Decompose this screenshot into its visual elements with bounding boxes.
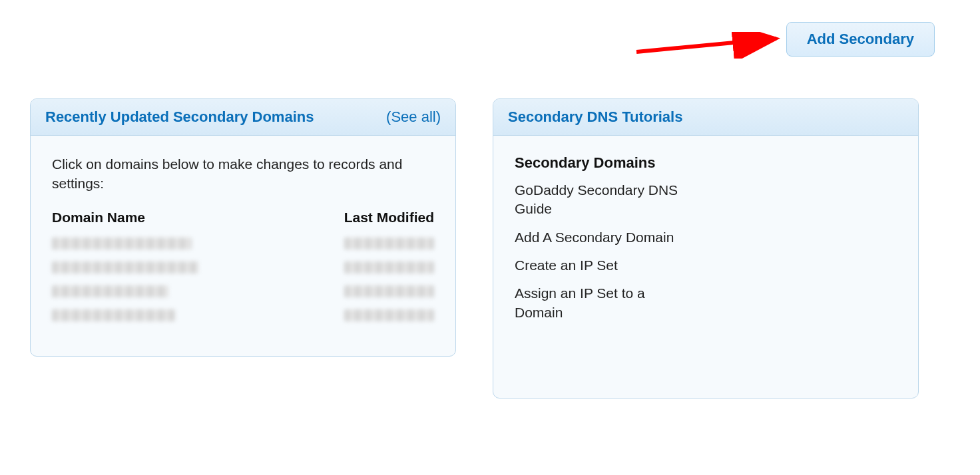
add-secondary-button[interactable]: Add Secondary bbox=[786, 22, 935, 57]
table-row[interactable] bbox=[52, 261, 434, 276]
tutorial-link-add-secondary[interactable]: Add A Secondary Domain bbox=[515, 228, 688, 247]
instruction-text: Click on domains below to make changes t… bbox=[52, 154, 434, 194]
column-domain-name: Domain Name bbox=[52, 210, 145, 226]
table-row[interactable] bbox=[52, 309, 434, 324]
recently-updated-panel: Recently Updated Secondary Domains (See … bbox=[30, 98, 456, 357]
redacted-domain bbox=[52, 261, 198, 273]
tutorials-body: Secondary Domains GoDaddy Secondary DNS … bbox=[493, 136, 918, 398]
redacted-date bbox=[344, 238, 434, 249]
redacted-date bbox=[344, 261, 434, 273]
tutorials-panel-header: Secondary DNS Tutorials bbox=[493, 99, 918, 136]
tutorial-link-godaddy-guide[interactable]: GoDaddy Secondary DNS Guide bbox=[515, 181, 688, 219]
redacted-date bbox=[344, 309, 434, 321]
tutorial-link-assign-ip-set[interactable]: Assign an IP Set to a Domain bbox=[515, 284, 688, 322]
redacted-domain bbox=[52, 285, 168, 297]
redacted-date bbox=[344, 285, 434, 297]
see-all-link[interactable]: (See all) bbox=[386, 108, 441, 126]
tutorials-title: Secondary DNS Tutorials bbox=[508, 108, 682, 126]
tutorials-panel: Secondary DNS Tutorials Secondary Domain… bbox=[493, 98, 919, 398]
tutorial-link-create-ip-set[interactable]: Create an IP Set bbox=[515, 256, 688, 275]
column-last-modified: Last Modified bbox=[344, 210, 434, 226]
tutorials-heading: Secondary Domains bbox=[515, 154, 897, 172]
svg-line-1 bbox=[636, 39, 776, 52]
domain-table-header: Domain Name Last Modified bbox=[52, 210, 434, 226]
redacted-domain bbox=[52, 309, 175, 321]
domain-table: Domain Name Last Modified bbox=[52, 210, 434, 324]
recently-updated-panel-header: Recently Updated Secondary Domains (See … bbox=[31, 99, 455, 136]
panels-container: Recently Updated Secondary Domains (See … bbox=[30, 98, 950, 398]
recently-updated-body: Click on domains below to make changes t… bbox=[31, 136, 455, 356]
redacted-domain bbox=[52, 238, 192, 249]
table-row[interactable] bbox=[52, 285, 434, 300]
annotation-arrow-icon bbox=[633, 32, 786, 59]
table-row[interactable] bbox=[52, 238, 434, 252]
recently-updated-title: Recently Updated Secondary Domains bbox=[45, 108, 314, 126]
